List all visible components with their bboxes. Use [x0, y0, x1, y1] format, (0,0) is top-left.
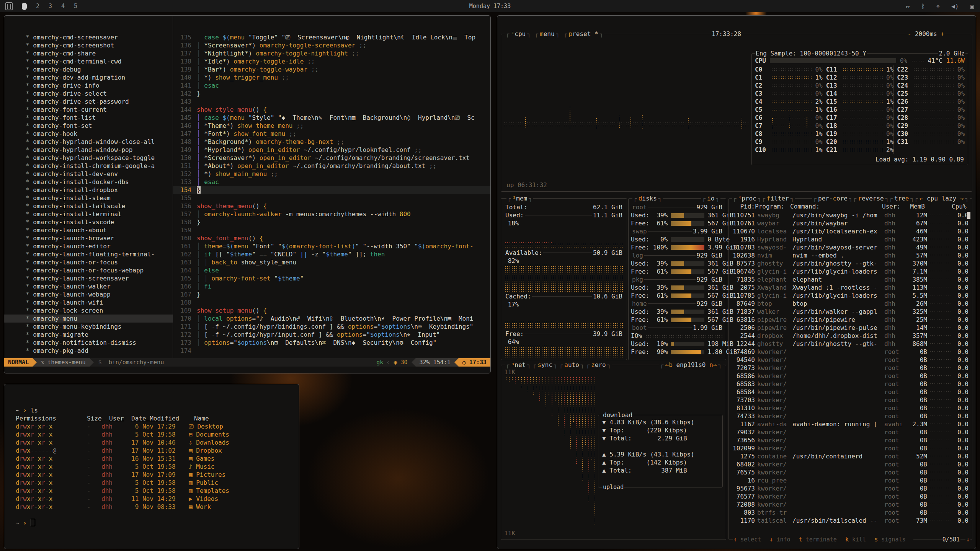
- list-item[interactable]: * omarchy-migrate: [4, 331, 173, 339]
- column-header[interactable]: Size: [87, 414, 109, 422]
- code-text[interactable]: │ local options="♪ Audio\n☍ Wifi\nᛒ Blue…: [197, 315, 473, 323]
- file-name[interactable]: omarchy-font-current: [33, 106, 107, 113]
- disk-used-row[interactable]: Used: 39%361 GiB: [631, 284, 724, 292]
- user[interactable]: dhh: [101, 439, 131, 447]
- file-name[interactable]: omarchy-cmd-terminal-cwd: [33, 58, 121, 65]
- list-item[interactable]: * omarchy-install-terminal: [4, 210, 173, 218]
- core-column[interactable]: C111%C120%C130%C140%C151%C160%C170%C180%…: [823, 65, 894, 154]
- file-name[interactable]: omarchy-menu-keybindings: [33, 323, 121, 330]
- bullet-icon[interactable]: *: [26, 299, 33, 306]
- bullet-icon[interactable]: *: [26, 50, 33, 57]
- net-graph-bar[interactable]: [548, 377, 550, 396]
- line-number[interactable]: 165: [173, 274, 197, 282]
- permissions[interactable]: drwxr-xr-x: [16, 455, 87, 463]
- date-modified[interactable]: 6 Nov 17:29: [131, 422, 189, 430]
- file-name[interactable]: omarchy-launch-or-focus-webapp: [33, 267, 144, 274]
- per-core-toggle[interactable]: per-core: [817, 194, 848, 202]
- process-row[interactable]: 87649btopbtopdhh26M0.0: [731, 300, 970, 308]
- net-graph-bar[interactable]: [514, 377, 516, 385]
- code-text[interactable]: │ *Background*) omarchy-theme-bg-next ;;: [197, 138, 344, 146]
- file-name[interactable]: omarchy-install-dev-env: [33, 170, 118, 178]
- code-line[interactable]: 171│ [ -f ~/.config/hypr/bindings.conf ]…: [173, 323, 490, 331]
- tree-toggle[interactable]: tree: [893, 194, 910, 202]
- line-number[interactable]: 144: [173, 106, 197, 114]
- line-number[interactable]: 170: [173, 315, 197, 323]
- table-row[interactable]: drwxr-xr-x-dhh 5 Oct 19:58▥ Templates: [16, 487, 229, 495]
- process-row[interactable]: 2506pipewire/usr/bin/pipewire-pulsedhh14…: [731, 324, 970, 332]
- process-row[interactable]: 1170tailscal/usr/sbin/tailscaled --root7…: [731, 517, 970, 525]
- line-number[interactable]: 136: [173, 41, 197, 49]
- sort-column-Cpu%[interactable]: Cpu% ↑: [952, 202, 969, 210]
- net-graph-bar[interactable]: [529, 377, 532, 386]
- mem-graph[interactable]: [504, 266, 624, 292]
- table-row[interactable]: drwxr-xr-x-dhh 5 Oct 19:58♪ Music: [16, 463, 229, 471]
- core-graph[interactable]: [842, 124, 883, 127]
- code-line[interactable]: 172│ [ -f ~/.config/hypr/input.conf ] &&…: [173, 331, 490, 339]
- disk-name-row[interactable]: root929 GiB: [631, 203, 724, 211]
- net-graph-bar[interactable]: [560, 377, 562, 408]
- process-row[interactable]: 68583kworker/root0B0.0: [731, 380, 970, 388]
- list-item[interactable]: * omarchy-notification-dismiss: [4, 339, 173, 347]
- file-name[interactable]: omarchy-install-steam: [33, 194, 110, 202]
- date-modified[interactable]: 5 Oct 19:58: [131, 463, 189, 471]
- folder-icon[interactable]: ♪: [189, 463, 196, 470]
- file-name[interactable]: omarchy-install-tailscale: [33, 202, 125, 210]
- disk-free-row[interactable]: Free: 100%3.99 GiB: [631, 243, 724, 251]
- code-text[interactable]: │ *) show_trigger_menu ;;: [197, 73, 289, 82]
- core-graph[interactable]: [913, 116, 954, 119]
- line-number[interactable]: 140: [173, 73, 197, 82]
- bullet-icon[interactable]: *: [26, 186, 33, 194]
- file-name[interactable]: omarchy-cmd-share: [33, 50, 96, 57]
- footer-key-info[interactable]: ↓ info: [769, 536, 798, 544]
- list-item[interactable]: * omarchy-install-chromium-google-a: [4, 162, 173, 170]
- file-name[interactable]: omarchy-launch-editor: [33, 243, 110, 250]
- size[interactable]: -: [87, 503, 101, 511]
- sort-column-MemB[interactable]: MemB: [903, 202, 925, 210]
- disk-name-row[interactable]: pkg929 GiB: [631, 276, 724, 284]
- file-name[interactable]: omarchy-install-vscode: [33, 218, 114, 226]
- column-header[interactable]: Date Modified: [131, 414, 194, 422]
- core-graph[interactable]: [771, 76, 812, 79]
- reverse-toggle[interactable]: reverse: [857, 194, 884, 202]
- size[interactable]: -: [87, 487, 101, 495]
- process-row[interactable]: 71837walker/usr/bin/walker --gappldhh325…: [731, 308, 970, 316]
- file-name[interactable]: omarchy-menu: [33, 315, 77, 322]
- code-text[interactable]: │ *Hyprland*) open_in_editor ~/.config/h…: [197, 146, 422, 154]
- date-modified[interactable]: 5 Oct 19:58: [131, 487, 189, 495]
- core-row[interactable]: C220%: [897, 65, 965, 73]
- table-header[interactable]: PermissionsSizeUserDate ModifiedName: [16, 414, 229, 422]
- disks-tab[interactable]: ┌disks┐: [632, 194, 663, 202]
- bullet-icon[interactable]: *: [26, 178, 33, 186]
- line-number[interactable]: 152: [173, 170, 197, 178]
- disk-used-row[interactable]: Used: 39%361 GiB: [631, 308, 724, 316]
- code-text[interactable]: │ fi: [197, 282, 212, 290]
- core-row[interactable]: C151%: [826, 98, 894, 106]
- code-line[interactable]: 154}: [173, 186, 490, 194]
- list-item[interactable]: * omarchy-drive-set-password: [4, 98, 173, 106]
- process-row[interactable]: 1162avahi-daavahi-daemon: running [avahi…: [731, 420, 970, 428]
- process-row[interactable]: 106746glycin-i/usr/lib/glycin-loadersdhh…: [731, 267, 970, 276]
- list-item[interactable]: * omarchy-hyprland-workspace-toggle: [4, 154, 173, 162]
- core-graph[interactable]: [771, 132, 812, 135]
- process-row[interactable]: 803btrfs-trroot0B0.0: [731, 509, 970, 517]
- folder-icon[interactable]: ⇩: [189, 439, 196, 446]
- sort-column-User[interactable]: User:: [882, 202, 903, 210]
- code-line[interactable]: 161│ theme=$(menu "Font" "$(omarchy-font…: [173, 242, 490, 250]
- bullet-icon[interactable]: *: [26, 283, 33, 290]
- line-number[interactable]: 167: [173, 290, 197, 298]
- file-name[interactable]: omarchy-launch-or-focus: [33, 259, 118, 266]
- footer-key-terminate[interactable]: t terminate: [798, 536, 844, 544]
- core-row[interactable]: C240%: [897, 82, 965, 90]
- list-item[interactable]: * omarchy-cmd-share: [4, 49, 173, 57]
- list-item[interactable]: * omarchy-cmd-screensaver: [4, 33, 173, 41]
- sort-column-Pid[interactable]: Pid:: [731, 202, 755, 210]
- list-item[interactable]: * omarchy-launch-or-focus: [4, 258, 173, 266]
- footer-key-signals[interactable]: s signals: [874, 536, 913, 544]
- core-row[interactable]: C280%: [897, 114, 965, 122]
- code-line[interactable]: 137│ *Nightlight*) omarchy-toggle-nightl…: [173, 49, 490, 57]
- file-name[interactable]: omarchy-notification-dismiss: [33, 339, 136, 346]
- code-line[interactable]: 168: [173, 298, 490, 306]
- code-line[interactable]: 151│ *About*) open_in_editor ~/.config/o…: [173, 162, 490, 170]
- entry-name[interactable]: Dropbox: [196, 447, 222, 454]
- cpu-graph-spike[interactable]: [595, 117, 598, 129]
